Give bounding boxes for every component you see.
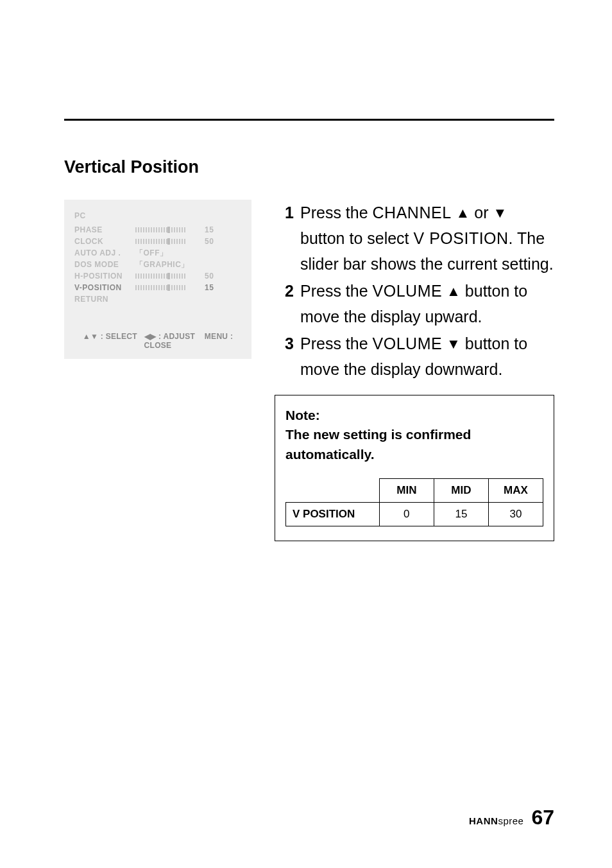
- step-2: 2 Press the VOLUME ▲ button to move the …: [275, 278, 554, 329]
- osd-panel: PC PHASE 15 CLOCK: [64, 200, 251, 359]
- osd-row-phase: PHASE 15: [74, 224, 241, 236]
- top-rule: [64, 119, 554, 121]
- step-number: 3: [275, 331, 294, 382]
- triangle-up-icon: ▲: [446, 283, 461, 299]
- osd-row-return: RETURN: [74, 293, 241, 305]
- triangle-down-icon: ▼: [493, 205, 507, 221]
- section-title: Vertical Position: [64, 157, 554, 177]
- note-body: The new setting is confirmed automatical…: [285, 427, 471, 461]
- osd-footer: ▲▼ : SELECT ◀▶ : ADJUST MENU : CLOSE: [74, 332, 241, 350]
- minmax-table: MIN MID MAX V POSITION 0 15 30: [285, 478, 543, 526]
- osd-label: V-POSITION: [74, 283, 135, 292]
- brand-bold: HANN: [469, 815, 498, 826]
- table-header-min: MIN: [379, 479, 434, 503]
- step-text: or: [470, 204, 493, 221]
- step-number: 2: [275, 278, 294, 329]
- step-number: 1: [275, 200, 294, 277]
- osd-row-clock: CLOCK 50: [74, 236, 241, 247]
- step-smallcaps: VOLUME: [373, 282, 443, 300]
- osd-label: PHASE: [74, 225, 135, 234]
- triangle-up-icon: ▲: [456, 205, 470, 221]
- table-corner: [286, 479, 380, 503]
- osd-row-vposition: V-POSITION 15: [74, 282, 241, 293]
- step-1: 1 Press the CHANNEL ▲ or ▼ button to sel…: [275, 200, 554, 277]
- table-row-label: V POSITION: [286, 503, 380, 526]
- step-smallcaps: V POSITION: [414, 229, 509, 247]
- osd-label: DOS MODE: [74, 260, 135, 269]
- osd-value: 50: [135, 237, 241, 246]
- osd-number: 15: [205, 225, 214, 234]
- triangle-down-icon: ▼: [446, 336, 461, 352]
- osd-row-autoadj: AUTO ADJ . OFF: [74, 247, 241, 259]
- osd-label: CLOCK: [74, 237, 135, 246]
- note-box: Note: The new setting is confirmed autom…: [275, 395, 554, 541]
- step-body: Press the CHANNEL ▲ or ▼ button to selec…: [300, 200, 554, 277]
- osd-footer-select: : SELECT: [101, 332, 137, 341]
- step-text: Press the: [300, 334, 373, 352]
- step-smallcaps: VOLUME: [373, 334, 443, 352]
- step-text: Press the: [300, 204, 373, 221]
- osd-header: PC: [74, 211, 241, 220]
- brand-light: spree: [498, 815, 523, 826]
- brand-logo: HANNspree: [469, 815, 523, 826]
- table-cell-min: 0: [379, 503, 434, 526]
- updown-icon: ▲▼: [83, 332, 98, 341]
- osd-footer-adjust: : ADJUST: [158, 332, 195, 341]
- note-text: Note: The new setting is confirmed autom…: [285, 406, 543, 464]
- page-footer: HANNspree 67: [469, 806, 554, 829]
- page-number: 67: [531, 806, 554, 829]
- osd-label: H-POSITION: [74, 272, 135, 281]
- osd-number: 50: [205, 237, 214, 246]
- slider-icon: [135, 239, 200, 244]
- osd-value: 15: [135, 225, 241, 234]
- steps-column: 1 Press the CHANNEL ▲ or ▼ button to sel…: [275, 200, 554, 541]
- step-body: Press the VOLUME ▲ button to move the di…: [300, 278, 554, 329]
- osd-number: 15: [205, 283, 214, 292]
- note-label: Note:: [285, 408, 320, 422]
- osd-number: 50: [205, 272, 214, 281]
- leftright-icon: ◀▶: [144, 332, 157, 341]
- osd-value: 50: [135, 272, 241, 281]
- osd-label: AUTO ADJ .: [74, 248, 135, 257]
- slider-icon: [135, 227, 200, 232]
- step-smallcaps: CHANNEL: [373, 204, 452, 221]
- step-text: Press the: [300, 282, 373, 300]
- step-3: 3 Press the VOLUME ▼ button to move the …: [275, 331, 554, 382]
- slider-icon: [135, 285, 200, 290]
- step-text: [452, 204, 456, 221]
- osd-row-hposition: H-POSITION 50: [74, 270, 241, 282]
- osd-label: RETURN: [74, 295, 135, 304]
- osd-value: GRAPHIC: [135, 259, 241, 270]
- table-row: V POSITION 0 15 30: [286, 503, 543, 526]
- step-body: Press the VOLUME ▼ button to move the di…: [300, 331, 554, 382]
- table-cell-max: 30: [488, 503, 543, 526]
- osd-row-dosmode: DOS MODE GRAPHIC: [74, 259, 241, 270]
- slider-icon: [135, 273, 200, 279]
- table-header-max: MAX: [488, 479, 543, 503]
- osd-value: OFF: [135, 248, 241, 259]
- table-cell-mid: 15: [434, 503, 488, 526]
- table-header-mid: MID: [434, 479, 488, 503]
- step-text: button to select: [300, 229, 414, 247]
- osd-value: 15: [135, 283, 241, 292]
